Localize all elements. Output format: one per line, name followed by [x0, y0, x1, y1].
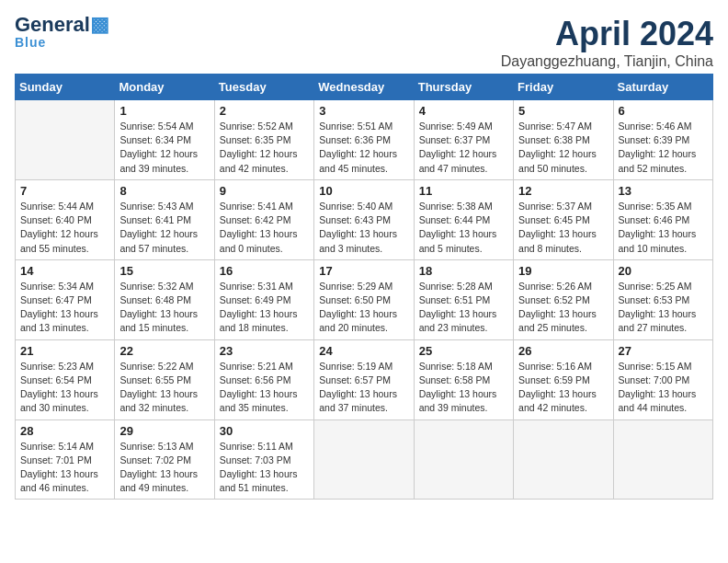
day-info: Sunrise: 5:44 AMSunset: 6:40 PMDaylight:…: [20, 200, 109, 256]
day-number: 6: [619, 104, 708, 118]
calendar-cell: [16, 100, 115, 180]
calendar-table: SundayMondayTuesdayWednesdayThursdayFrid…: [15, 74, 713, 500]
day-number: 9: [220, 184, 309, 198]
calendar-cell: 17Sunrise: 5:29 AMSunset: 6:50 PMDayligh…: [314, 259, 414, 339]
day-number: 17: [319, 264, 408, 278]
day-number: 1: [119, 104, 209, 118]
day-number: 4: [419, 104, 508, 118]
day-number: 22: [119, 344, 209, 358]
day-info: Sunrise: 5:32 AMSunset: 6:48 PMDaylight:…: [119, 280, 209, 336]
calendar-cell: [613, 419, 712, 500]
day-number: 10: [319, 184, 408, 198]
calendar-cell: 18Sunrise: 5:28 AMSunset: 6:51 PMDayligh…: [414, 259, 513, 339]
calendar-cell: 29Sunrise: 5:13 AMSunset: 7:02 PMDayligh…: [115, 419, 214, 500]
calendar-cell: 7Sunrise: 5:44 AMSunset: 6:40 PMDaylight…: [16, 179, 115, 259]
calendar-cell: 19Sunrise: 5:26 AMSunset: 6:52 PMDayligh…: [514, 259, 613, 339]
title-area: April 2024 Dayanggezhuang, Tianjin, Chin…: [501, 15, 713, 70]
calendar-cell: 12Sunrise: 5:37 AMSunset: 6:45 PMDayligh…: [514, 179, 613, 259]
day-number: 2: [220, 104, 309, 118]
day-info: Sunrise: 5:49 AMSunset: 6:37 PMDaylight:…: [419, 120, 508, 176]
day-info: Sunrise: 5:18 AMSunset: 6:58 PMDaylight:…: [419, 360, 508, 416]
day-info: Sunrise: 5:26 AMSunset: 6:52 PMDaylight:…: [518, 280, 608, 336]
day-info: Sunrise: 5:41 AMSunset: 6:42 PMDaylight:…: [220, 200, 309, 256]
logo-general: General▩: [15, 15, 109, 35]
weekday-header-saturday: Saturday: [613, 75, 712, 100]
day-info: Sunrise: 5:16 AMSunset: 6:59 PMDaylight:…: [518, 360, 608, 416]
week-row-3: 14Sunrise: 5:34 AMSunset: 6:47 PMDayligh…: [16, 259, 713, 339]
day-number: 12: [518, 184, 608, 198]
calendar-cell: 24Sunrise: 5:19 AMSunset: 6:57 PMDayligh…: [314, 339, 414, 419]
day-info: Sunrise: 5:54 AMSunset: 6:34 PMDaylight:…: [119, 120, 209, 176]
day-number: 28: [20, 424, 109, 438]
calendar-cell: 30Sunrise: 5:11 AMSunset: 7:03 PMDayligh…: [214, 419, 313, 500]
day-number: 25: [419, 344, 508, 358]
calendar-cell: 6Sunrise: 5:46 AMSunset: 6:39 PMDaylight…: [613, 100, 712, 180]
day-number: 27: [619, 344, 708, 358]
day-number: 5: [518, 104, 608, 118]
day-number: 19: [518, 264, 608, 278]
day-info: Sunrise: 5:35 AMSunset: 6:46 PMDaylight:…: [619, 200, 708, 256]
day-info: Sunrise: 5:14 AMSunset: 7:01 PMDaylight:…: [20, 440, 109, 496]
weekday-header-monday: Monday: [115, 75, 214, 100]
calendar-cell: 15Sunrise: 5:32 AMSunset: 6:48 PMDayligh…: [115, 259, 214, 339]
week-row-4: 21Sunrise: 5:23 AMSunset: 6:54 PMDayligh…: [16, 339, 713, 419]
calendar-cell: 1Sunrise: 5:54 AMSunset: 6:34 PMDaylight…: [115, 100, 214, 180]
calendar-cell: 2Sunrise: 5:52 AMSunset: 6:35 PMDaylight…: [214, 100, 313, 180]
day-info: Sunrise: 5:43 AMSunset: 6:41 PMDaylight:…: [119, 200, 209, 256]
calendar-cell: 10Sunrise: 5:40 AMSunset: 6:43 PMDayligh…: [314, 179, 414, 259]
day-number: 7: [20, 184, 109, 198]
calendar-cell: 9Sunrise: 5:41 AMSunset: 6:42 PMDaylight…: [214, 179, 313, 259]
day-number: 15: [119, 264, 209, 278]
calendar-cell: 8Sunrise: 5:43 AMSunset: 6:41 PMDaylight…: [115, 179, 214, 259]
weekday-header-wednesday: Wednesday: [314, 75, 414, 100]
day-number: 14: [20, 264, 109, 278]
location: Dayanggezhuang, Tianjin, China: [501, 53, 713, 70]
day-info: Sunrise: 5:31 AMSunset: 6:49 PMDaylight:…: [220, 280, 309, 336]
day-info: Sunrise: 5:47 AMSunset: 6:38 PMDaylight:…: [518, 120, 608, 176]
day-number: 29: [119, 424, 209, 438]
day-info: Sunrise: 5:37 AMSunset: 6:45 PMDaylight:…: [518, 200, 608, 256]
day-info: Sunrise: 5:34 AMSunset: 6:47 PMDaylight:…: [20, 280, 109, 336]
weekday-header-friday: Friday: [514, 75, 613, 100]
day-info: Sunrise: 5:15 AMSunset: 7:00 PMDaylight:…: [619, 360, 708, 416]
calendar-cell: 20Sunrise: 5:25 AMSunset: 6:53 PMDayligh…: [613, 259, 712, 339]
day-info: Sunrise: 5:13 AMSunset: 7:02 PMDaylight:…: [119, 440, 209, 496]
weekday-header-thursday: Thursday: [414, 75, 513, 100]
day-info: Sunrise: 5:22 AMSunset: 6:55 PMDaylight:…: [119, 360, 209, 416]
day-number: 21: [20, 344, 109, 358]
calendar-cell: 3Sunrise: 5:51 AMSunset: 6:36 PMDaylight…: [314, 100, 414, 180]
day-number: 26: [518, 344, 608, 358]
day-info: Sunrise: 5:52 AMSunset: 6:35 PMDaylight:…: [220, 120, 309, 176]
day-number: 8: [119, 184, 209, 198]
calendar-cell: 25Sunrise: 5:18 AMSunset: 6:58 PMDayligh…: [414, 339, 513, 419]
day-info: Sunrise: 5:38 AMSunset: 6:44 PMDaylight:…: [419, 200, 508, 256]
calendar-cell: 23Sunrise: 5:21 AMSunset: 6:56 PMDayligh…: [214, 339, 313, 419]
weekday-header-tuesday: Tuesday: [214, 75, 313, 100]
weekday-header-row: SundayMondayTuesdayWednesdayThursdayFrid…: [16, 75, 713, 100]
calendar-cell: [314, 419, 414, 500]
calendar-cell: 16Sunrise: 5:31 AMSunset: 6:49 PMDayligh…: [214, 259, 313, 339]
calendar-cell: [414, 419, 513, 500]
day-number: 23: [220, 344, 309, 358]
day-info: Sunrise: 5:11 AMSunset: 7:03 PMDaylight:…: [220, 440, 309, 496]
day-number: 30: [220, 424, 309, 438]
day-number: 3: [319, 104, 408, 118]
day-number: 11: [419, 184, 508, 198]
day-info: Sunrise: 5:29 AMSunset: 6:50 PMDaylight:…: [319, 280, 408, 336]
calendar-cell: 11Sunrise: 5:38 AMSunset: 6:44 PMDayligh…: [414, 179, 513, 259]
day-info: Sunrise: 5:51 AMSunset: 6:36 PMDaylight:…: [319, 120, 408, 176]
weekday-header-sunday: Sunday: [16, 75, 115, 100]
calendar-cell: 14Sunrise: 5:34 AMSunset: 6:47 PMDayligh…: [16, 259, 115, 339]
calendar-cell: 4Sunrise: 5:49 AMSunset: 6:37 PMDaylight…: [414, 100, 513, 180]
logo-bird: ▩: [90, 13, 109, 36]
day-number: 13: [619, 184, 708, 198]
day-number: 20: [619, 264, 708, 278]
calendar-cell: 13Sunrise: 5:35 AMSunset: 6:46 PMDayligh…: [613, 179, 712, 259]
day-info: Sunrise: 5:21 AMSunset: 6:56 PMDaylight:…: [220, 360, 309, 416]
month-title: April 2024: [501, 15, 713, 53]
week-row-2: 7Sunrise: 5:44 AMSunset: 6:40 PMDaylight…: [16, 179, 713, 259]
day-number: 24: [319, 344, 408, 358]
week-row-1: 1Sunrise: 5:54 AMSunset: 6:34 PMDaylight…: [16, 100, 713, 180]
logo: General▩ Blue: [15, 15, 109, 50]
day-number: 16: [220, 264, 309, 278]
